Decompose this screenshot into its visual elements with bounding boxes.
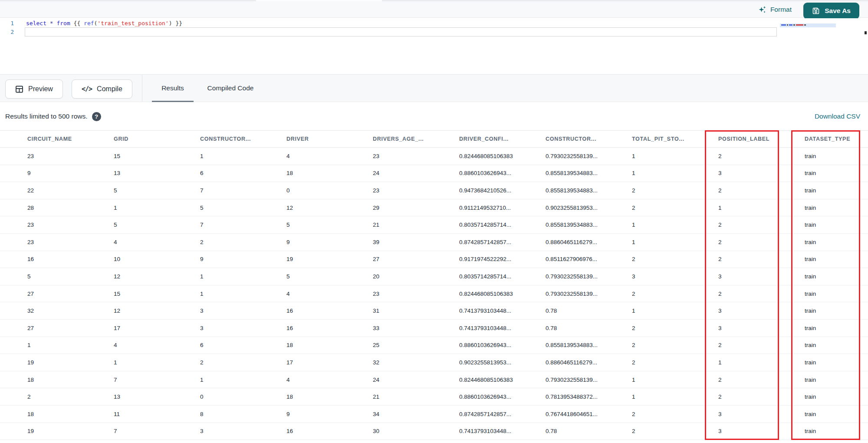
save-as-button-label: Save As [825, 7, 851, 15]
table-row: 22570230.9473684210526...0.8558139534883… [0, 182, 868, 199]
table-cell: 1 [626, 153, 713, 159]
table-cell: train [799, 377, 868, 383]
line-number-gutter: 1 2 [0, 19, 19, 36]
compile-button[interactable]: </> Compile [72, 79, 132, 99]
table-cell: 1 [626, 307, 713, 314]
table-cell: 18 [281, 170, 367, 176]
table-cell: 2 [713, 256, 799, 262]
table-cell: 9 [194, 256, 281, 262]
table-cell: 17 [281, 359, 367, 366]
table-cell: 3 [713, 411, 799, 417]
table-cell: 3 [194, 307, 281, 314]
table-cell: 10 [108, 256, 194, 262]
table-cell: 0.8558139534883... [540, 222, 626, 228]
sql-code-editor[interactable]: 1 2 select * from {{ ref('train_test_pos… [0, 18, 868, 74]
table-cell: 12 [108, 307, 194, 314]
table-cell: 3 [713, 325, 799, 331]
table-cell: 0.824468085106383 [454, 153, 540, 159]
table-row: 3212316310.7413793103448...0.7813train [0, 302, 868, 320]
table-cell: 0 [194, 393, 281, 400]
table-body: 231514230.8244680851063830.7930232558139… [0, 148, 868, 440]
table-cell: 8 [194, 411, 281, 417]
table-cell: 17 [108, 325, 194, 331]
table-cell: 3 [194, 325, 281, 331]
column-header-circuit-name: CIRCUIT_NAME [22, 136, 108, 142]
table-cell: 31 [367, 307, 454, 314]
table-cell: 2 [713, 342, 799, 348]
table-cell: 1 [194, 273, 281, 280]
code-token-string: 'train_test_position' [97, 20, 168, 26]
minimap-mark [804, 24, 806, 26]
table-cell: 23 [367, 291, 454, 297]
table-header-row: CIRCUIT_NAMEGRIDCONSTRUCTOR...DRIVERDRIV… [0, 130, 868, 148]
download-csv-link[interactable]: Download CSV [815, 102, 860, 130]
table-cell: train [799, 222, 868, 228]
scrollbar-mark [865, 31, 867, 34]
table-row: 14618250.8860103626943...0.8558139534883… [0, 337, 868, 354]
table-cell: 0.7413793103448... [454, 428, 540, 434]
column-header-driver-confi: DRIVER_CONFI... [454, 136, 540, 142]
minimap-mark [781, 24, 786, 26]
table-cell: 18 [22, 411, 108, 417]
code-line[interactable]: select * from {{ ref('train_test_positio… [25, 19, 182, 28]
table-cell: 6 [194, 170, 281, 176]
table-row: 181189340.8742857142857...0.767441860465… [0, 406, 868, 423]
table-cell: 19 [281, 256, 367, 262]
results-table: CIRCUIT_NAMEGRIDCONSTRUCTOR...DRIVERDRIV… [0, 130, 868, 440]
table-row: 18714240.8244680851063830.7930232558139.… [0, 371, 868, 389]
table-cell: 32 [367, 359, 454, 366]
table-cell: train [799, 205, 868, 211]
column-header-grid: GRID [108, 136, 194, 142]
table-cell: 2 [713, 222, 799, 228]
table-cell: 4 [281, 377, 367, 383]
table-cell: 28 [22, 205, 108, 211]
table-cell: 23 [22, 153, 108, 159]
table-cell: 2 [713, 377, 799, 383]
column-header-driver: DRIVER [281, 136, 367, 142]
column-header-position-label: POSITION_LABEL [713, 136, 799, 142]
column-header-constructor: CONSTRUCTOR... [540, 136, 626, 142]
table-row: 913618240.8860103626943...0.855813953488… [0, 165, 868, 182]
table-cell: 22 [22, 187, 108, 194]
table-cell: 18 [281, 342, 367, 348]
table-cell: 4 [108, 342, 194, 348]
table-cell: 5 [22, 273, 108, 280]
row-limit-text: Results limited to 500 rows. ? [5, 102, 101, 130]
minimap-mark [793, 24, 795, 26]
table-cell: 0.8860103626943... [454, 170, 540, 176]
active-tab-underline [152, 101, 194, 102]
save-icon [812, 7, 820, 15]
table-cell: 0.824468085106383 [454, 377, 540, 383]
table-row: 1610919270.9171974522292...0.85116279069… [0, 251, 868, 268]
table-cell: 1 [194, 291, 281, 297]
table-cell: 7 [108, 428, 194, 434]
table-cell: 33 [367, 325, 454, 331]
preview-button[interactable]: Preview [5, 79, 63, 99]
table-cell: 2 [194, 239, 281, 245]
table-cell: 16 [22, 256, 108, 262]
help-icon[interactable]: ? [92, 112, 101, 121]
minimap-mark [787, 24, 788, 26]
table-cell: 4 [281, 291, 367, 297]
minimap[interactable] [780, 23, 836, 27]
format-button[interactable]: Format [758, 1, 792, 18]
table-cell: 2 [626, 325, 713, 331]
sparkles-icon [758, 6, 766, 14]
save-as-button[interactable]: Save As [803, 3, 859, 19]
table-cell: 15 [108, 153, 194, 159]
tab-results[interactable]: Results [152, 75, 194, 102]
table-row: 271514230.8244680851063830.7930232558139… [0, 285, 868, 303]
table-cell: 2 [626, 256, 713, 262]
table-cell: 23 [22, 222, 108, 228]
table-cell: 19 [22, 359, 108, 366]
table-cell: 2 [713, 239, 799, 245]
table-cell: 0.8558139534883... [540, 170, 626, 176]
table-cell: 0.7813953488372... [540, 393, 626, 400]
table-cell: 0.8742857142857... [454, 239, 540, 245]
table-cell: 0.7930232558139... [540, 273, 626, 280]
current-line-highlight[interactable] [25, 27, 777, 36]
table-cell: 0.9023255813953... [454, 359, 540, 366]
table-cell: 21 [367, 393, 454, 400]
table-cell: 2 [626, 411, 713, 417]
tab-compiled-code[interactable]: Compiled Code [202, 75, 259, 102]
